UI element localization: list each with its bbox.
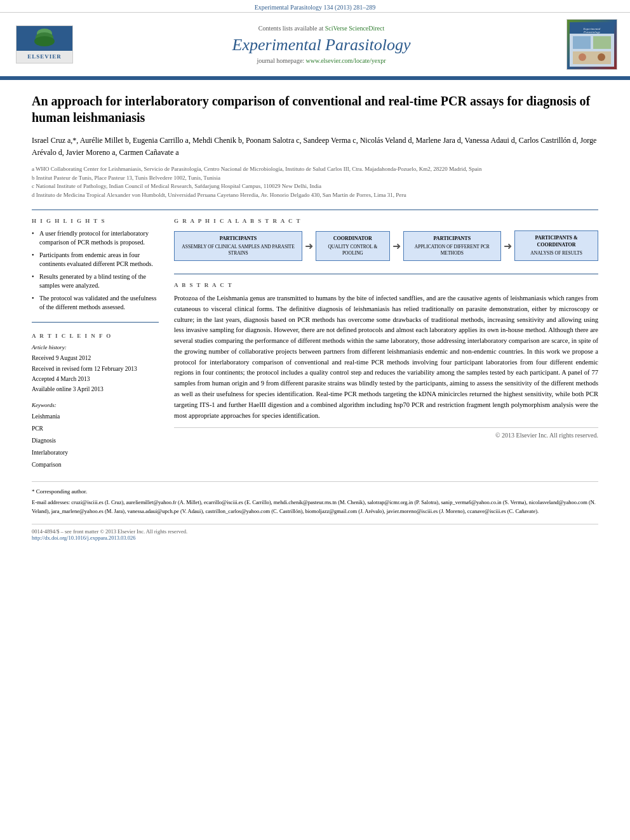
top-reference-bar: Experimental Parasitology 134 (2013) 281…	[0, 0, 630, 13]
flow-arrow-3: ➜	[504, 240, 512, 252]
revised-date: Received in revised form 12 February 201…	[32, 364, 159, 374]
affiliations-section: a WHO Collaborating Center for Leishmani…	[32, 165, 598, 199]
journal-title: Experimental Parasitology	[89, 36, 554, 55]
article-info-section: A R T I C L E I N F O Article history: R…	[32, 333, 159, 471]
highlight-item-1: A user friendly protocol for interlabora…	[32, 229, 159, 247]
doi-line[interactable]: http://dx.doi.org/10.1016/j.exppara.2013…	[32, 535, 598, 541]
article-info-heading: A R T I C L E I N F O	[32, 333, 159, 339]
keywords-label: Keywords:	[32, 402, 159, 408]
flow-role-3: PARTICIPANTS	[409, 236, 496, 242]
email-addresses-line: E-mail addresses: cruzi@isciii.es (I. Cr…	[32, 498, 598, 516]
flow-role-2: COORDINATOR	[321, 236, 384, 242]
affiliation-b: b Institut Pasteur de Tunis, Place Paste…	[32, 174, 598, 183]
highlights-list: A user friendly protocol for interlabora…	[32, 229, 159, 312]
flow-step-4: PARTICIPANTS & COORDINATOR ANALYSIS OF R…	[514, 230, 598, 261]
flow-action-3: APPLICATION OF DIFFERENT PCR METHODS	[409, 244, 496, 257]
flow-action-4: ANALYSIS OF RESULTS	[520, 250, 593, 257]
email-list: cruzi@isciii.es (I. Cruz), aureliemillet…	[32, 499, 596, 514]
left-column: H I G H L I G H T S A user friendly prot…	[32, 218, 159, 471]
flow-step-1: PARTICIPANTS ASSEMBLY OF CLINICAL SAMPLE…	[174, 231, 302, 261]
keywords-list: Leishmania PCR Diagnosis Interlaboratory…	[32, 411, 159, 471]
corresponding-author-note: * Corresponding author.	[32, 487, 598, 496]
keyword-5: Comparison	[32, 459, 159, 471]
elsevier-logo-top	[17, 26, 72, 51]
graphical-abstract-heading: G R A P H I C A L A B S T R A C T	[174, 218, 598, 224]
right-column: G R A P H I C A L A B S T R A C T PARTIC…	[174, 218, 598, 471]
article-content: An approach for interlaboratory comparis…	[0, 80, 630, 554]
keyword-1: Leishmania	[32, 411, 159, 423]
keyword-2: PCR	[32, 423, 159, 435]
sciverse-line: Contents lists available at SciVerse Sci…	[89, 25, 554, 32]
keywords-section: Keywords: Leishmania PCR Diagnosis Inter…	[32, 402, 159, 471]
svg-rect-9	[593, 36, 611, 49]
flow-role-1: PARTICIPANTS	[180, 236, 297, 242]
available-online-date: Available online 3 April 2013	[32, 384, 159, 394]
abstract-text: Protozoa of the Leishmania genus are tra…	[174, 293, 598, 422]
journal-header: ELSEVIER Contents lists available at Sci…	[0, 13, 630, 77]
authors-line: Israel Cruz a,*, Aurélie Millet b, Eugen…	[32, 135, 598, 159]
highlight-item-2: Participants from endemic areas in four …	[32, 251, 159, 269]
copyright-line: © 2013 Elsevier Inc. All rights reserved…	[174, 427, 598, 439]
bottom-bar: 0014-4894/$ – see front matter © 2013 El…	[32, 524, 598, 541]
affiliation-d: d Instituto de Medicina Tropical Alexand…	[32, 191, 598, 200]
article-dates: Received 9 August 2012 Received in revis…	[32, 353, 159, 394]
highlight-item-4: The protocol was validated and the usefu…	[32, 294, 159, 312]
section-divider-right	[174, 274, 598, 274]
flow-arrow-2: ➜	[392, 240, 401, 252]
highlights-heading: H I G H L I G H T S	[32, 218, 159, 224]
accepted-date: Accepted 4 March 2013	[32, 374, 159, 384]
affiliation-c: c National Institute of Pathology, India…	[32, 182, 598, 191]
flow-action-1: ASSEMBLY OF CLINICAL SAMPLES AND PARASIT…	[180, 244, 297, 257]
graphical-abstract-section: G R A P H I C A L A B S T R A C T PARTIC…	[174, 218, 598, 261]
footnotes-section: * Corresponding author. E-mail addresses…	[32, 481, 598, 516]
elsevier-logo-image: ELSEVIER	[16, 25, 73, 63]
section-divider-1	[32, 210, 598, 210]
received-date: Received 9 August 2012	[32, 353, 159, 363]
two-column-layout: H I G H L I G H T S A user friendly prot…	[32, 218, 598, 471]
article-history-label: Article history:	[32, 344, 159, 350]
svg-point-3	[34, 36, 55, 46]
page-wrapper: Experimental Parasitology 134 (2013) 281…	[0, 0, 630, 840]
journal-cover-image: Experimental Parasitology	[566, 19, 617, 70]
svg-point-12	[598, 53, 605, 61]
journal-center: Contents lists available at SciVerse Sci…	[76, 25, 566, 64]
svg-rect-8	[573, 36, 591, 49]
elsevier-wordmark: ELSEVIER	[17, 51, 72, 63]
svg-rect-10	[573, 51, 611, 64]
elsevier-logo: ELSEVIER	[13, 25, 76, 63]
abstract-section: A B S T R A C T Protozoa of the Leishman…	[174, 282, 598, 439]
flow-role-4: PARTICIPANTS & COORDINATOR	[520, 235, 593, 248]
flow-diagram: PARTICIPANTS ASSEMBLY OF CLINICAL SAMPLE…	[174, 230, 598, 261]
flow-step-3: PARTICIPANTS APPLICATION OF DIFFERENT PC…	[403, 231, 502, 261]
keyword-3: Diagnosis	[32, 435, 159, 447]
authors-text: Israel Cruz a,*, Aurélie Millet b, Eugen…	[32, 136, 596, 157]
email-label: E-mail addresses:	[32, 499, 70, 505]
flow-action-2: QUALITY CONTROL & POOLING	[321, 244, 384, 257]
highlight-item-3: Results generated by a blind testing of …	[32, 272, 159, 290]
section-divider-left	[32, 322, 159, 323]
svg-text:Parasitology: Parasitology	[583, 30, 601, 34]
svg-point-11	[579, 53, 586, 61]
journal-homepage: journal homepage: www.elsevier.com/locat…	[89, 57, 554, 64]
sciverse-link[interactable]: SciVerse ScienceDirect	[325, 25, 385, 32]
issn-line: 0014-4894/$ – see front matter © 2013 El…	[32, 528, 598, 535]
flow-step-2: COORDINATOR QUALITY CONTROL & POOLING	[316, 231, 389, 261]
flow-arrow-1: ➜	[305, 240, 313, 252]
affiliation-a: a WHO Collaborating Center for Leishmani…	[32, 165, 598, 174]
homepage-url[interactable]: www.elsevier.com/locate/yexpr	[306, 57, 386, 64]
article-title: An approach for interlaboratory comparis…	[32, 93, 598, 126]
keyword-4: Interlaboratory	[32, 447, 159, 459]
abstract-heading: A B S T R A C T	[174, 282, 598, 288]
journal-reference: Experimental Parasitology 134 (2013) 281…	[255, 4, 376, 11]
